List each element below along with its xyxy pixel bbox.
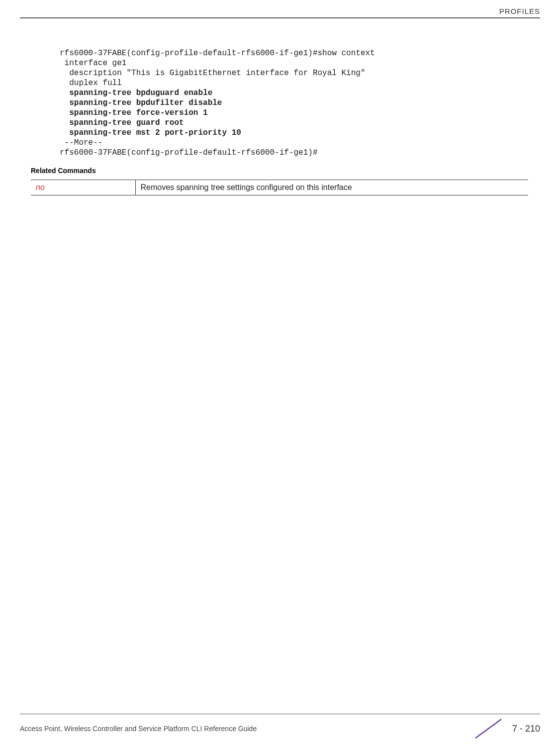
command-name-cell: no <box>31 180 135 195</box>
cli-line: --More-- <box>60 138 102 147</box>
page-number: 7 - 210 <box>512 724 540 734</box>
related-commands-heading: Related Commands <box>31 167 530 175</box>
page-footer: Access Point, Wireless Controller and Se… <box>0 714 560 739</box>
cli-line: rfs6000-37FABE(config-profile-default-rf… <box>60 49 375 58</box>
cli-line-bold: spanning-tree mst 2 port-priority 10 <box>60 128 241 137</box>
header-title: PROFILES <box>20 7 540 15</box>
cli-line: rfs6000-37FABE(config-profile-default-rf… <box>60 148 317 157</box>
cli-line: interface ge1 <box>60 59 126 68</box>
footer-rule <box>20 714 540 714</box>
slash-icon <box>470 718 506 739</box>
footer-right-group: 7 - 210 <box>470 718 540 739</box>
table-row: no Removes spanning tree settings config… <box>31 180 528 195</box>
cli-line-bold: spanning-tree bpdufilter disable <box>60 98 222 107</box>
cli-line-bold: spanning-tree force-version 1 <box>60 108 208 117</box>
cli-line: duplex full <box>60 79 122 88</box>
footer-row: Access Point, Wireless Controller and Se… <box>20 718 540 739</box>
cli-output: rfs6000-37FABE(config-profile-default-rf… <box>60 48 530 158</box>
command-desc-cell: Removes spanning tree settings configure… <box>135 180 528 195</box>
cli-line-bold: spanning-tree guard root <box>60 118 184 127</box>
cli-line-bold: spanning-tree bpduguard enable <box>60 89 212 97</box>
svg-line-0 <box>475 719 501 738</box>
footer-doc-title: Access Point, Wireless Controller and Se… <box>20 725 257 733</box>
page-content: rfs6000-37FABE(config-profile-default-rf… <box>0 18 560 195</box>
cli-line: description "This is GigabitEthernet int… <box>60 69 366 78</box>
page-header: PROFILES <box>0 0 560 18</box>
related-commands-table: no Removes spanning tree settings config… <box>31 180 528 195</box>
